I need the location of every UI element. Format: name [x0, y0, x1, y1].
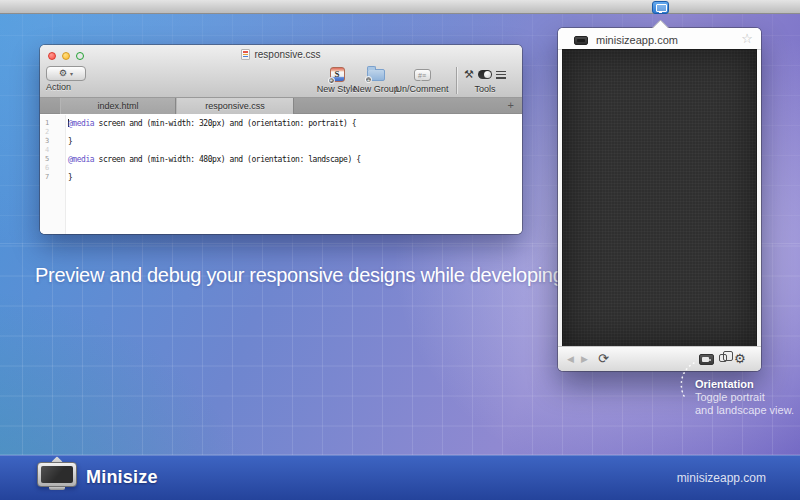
- line-number: 3: [40, 137, 65, 146]
- preview-viewport[interactable]: [563, 50, 756, 346]
- code-editor[interactable]: 1234567 @media screen and (min-width: 32…: [40, 115, 522, 234]
- menu-lines-icon[interactable]: [496, 71, 506, 79]
- comment-bubble-icon: #≡: [414, 69, 431, 81]
- folder-icon: +: [367, 69, 385, 81]
- code-line[interactable]: [68, 128, 522, 137]
- screenshot-root: responsive.css ⚙▾ Action S+ New Style + …: [0, 0, 800, 500]
- line-number: 1: [40, 119, 65, 128]
- url-label: minisizeapp.com: [596, 34, 678, 46]
- settings-gear-button[interactable]: ⚙: [734, 347, 746, 372]
- site-monitor-icon: [574, 36, 588, 45]
- forward-button[interactable]: ▶: [581, 347, 588, 372]
- menu-bar: [0, 0, 800, 14]
- line-number-gutter: 1234567: [40, 115, 66, 234]
- chevron-down-icon: ▾: [70, 71, 73, 77]
- popover-header: minisizeapp.com ☆: [558, 28, 761, 50]
- marketing-headline: Preview and debug your responsive design…: [35, 264, 569, 287]
- minisize-menubar-icon[interactable]: [652, 1, 669, 14]
- line-number: 7: [40, 173, 65, 182]
- editor-titlebar: responsive.css ⚙▾ Action S+ New Style + …: [40, 45, 522, 98]
- line-number: 4: [40, 146, 65, 155]
- tab-responsive-css[interactable]: responsive.css: [176, 98, 294, 114]
- plus-badge-icon: +: [365, 76, 372, 83]
- wrench-icon: ⚒: [464, 69, 474, 80]
- code-line[interactable]: [68, 164, 522, 173]
- gear-icon: ⚙: [59, 69, 67, 78]
- action-button[interactable]: ⚙▾: [46, 66, 86, 81]
- line-number: 2: [40, 128, 65, 137]
- action-label: Action: [46, 83, 90, 92]
- css-file-icon: [241, 49, 250, 60]
- code-line[interactable]: }: [68, 173, 522, 182]
- footer-bar: Minisize minisizeapp.com: [0, 455, 800, 500]
- toggle-switch-icon[interactable]: [478, 70, 492, 79]
- tab-bar: index.htmlresponsive.css +: [40, 98, 522, 114]
- add-tab-button[interactable]: +: [508, 98, 514, 113]
- site-url: minisizeapp.com: [677, 471, 766, 485]
- minisize-logo-icon: [37, 461, 79, 491]
- line-number: 5: [40, 155, 65, 164]
- refresh-button[interactable]: ⟳: [598, 347, 609, 372]
- code-line[interactable]: [68, 146, 522, 155]
- window-title: responsive.css: [40, 49, 522, 60]
- code-body[interactable]: @media screen and (min-width: 320px) and…: [66, 115, 522, 234]
- brand-name: Minisize: [86, 467, 158, 488]
- favorite-star-icon[interactable]: ☆: [741, 31, 753, 47]
- orientation-callout: Orientation Toggle portrait and landscap…: [695, 378, 794, 417]
- code-line[interactable]: }: [68, 137, 522, 146]
- minisize-popover-window: minisizeapp.com ☆ ◀ ▶ ⟳ ⚙: [558, 28, 761, 371]
- editor-window: responsive.css ⚙▾ Action S+ New Style + …: [40, 45, 522, 234]
- code-line[interactable]: @media screen and (min-width: 320px) and…: [68, 119, 522, 128]
- plus-badge-icon: +: [328, 77, 335, 84]
- tab-index-html[interactable]: index.html: [60, 98, 176, 114]
- line-number: 6: [40, 164, 65, 173]
- code-line[interactable]: @media screen and (min-width: 480px) and…: [68, 155, 522, 164]
- action-menu[interactable]: ⚙▾ Action: [46, 66, 90, 96]
- popover-toolbar: ◀ ▶ ⟳ ⚙: [558, 346, 761, 371]
- toolbar-divider: [456, 67, 457, 94]
- duplicate-view-button[interactable]: [719, 354, 727, 362]
- style-icon: S+: [330, 67, 345, 82]
- tools-group[interactable]: ⚒ Tools: [460, 66, 510, 96]
- back-button[interactable]: ◀: [567, 347, 574, 372]
- uncomment-button[interactable]: #≡ Un/Comment: [393, 66, 451, 96]
